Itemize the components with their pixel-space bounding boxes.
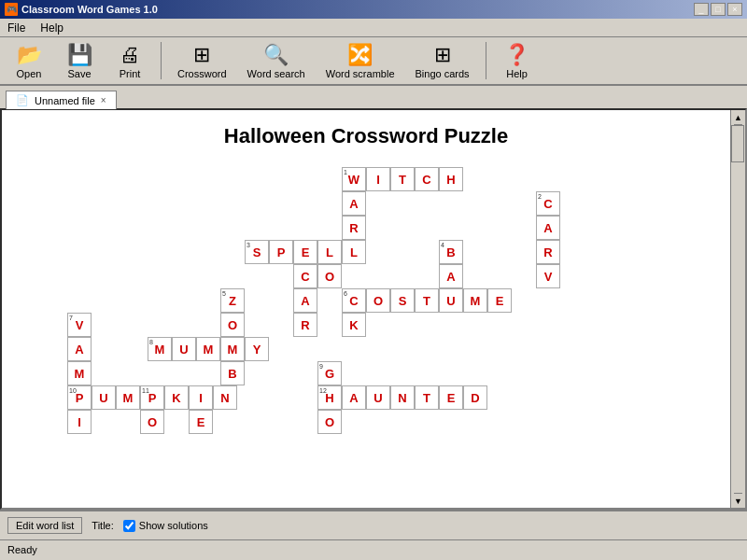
title-bar: 🎮 Classroom Word Games 1.0 _ □ × <box>0 0 747 19</box>
cell-A5: A <box>293 288 317 313</box>
tab-unnamed-file[interactable]: 📄 Unnamed file × <box>6 91 117 109</box>
minimize-button[interactable]: _ <box>694 3 709 16</box>
bingo-cards-button[interactable]: ⊞ Bingo cards <box>407 40 478 82</box>
help-label: Help <box>506 68 528 79</box>
cell-O3: O <box>317 264 342 288</box>
cell-E6: E <box>487 288 512 313</box>
save-button[interactable]: 💾 Save <box>56 40 103 82</box>
toolbar: 📂 Open 💾 Save 🖨 Print ⊞ Crossword 🔍 Word… <box>0 37 747 86</box>
cell-K10: K <box>164 385 189 410</box>
cell-U6: U <box>439 288 463 313</box>
cell-E11: E <box>189 410 213 434</box>
scroll-track <box>731 125 745 493</box>
word-scramble-icon: 🔀 <box>347 43 373 67</box>
title-bar-text: Classroom Word Games 1.0 <box>21 4 158 15</box>
content-area: Halloween Crossword Puzzle 1W I T C H A … <box>0 108 747 510</box>
cell-W: 1W <box>342 167 366 191</box>
open-button[interactable]: 📂 Open <box>6 40 52 82</box>
cell-E12: E <box>439 385 463 410</box>
status-bar: Ready <box>0 539 747 558</box>
cell-R5: R <box>293 313 317 337</box>
cell-T: T <box>390 167 415 191</box>
cell-B8: B <box>220 361 245 385</box>
cell-C6: 6C <box>342 288 366 313</box>
word-search-label: Word search <box>247 68 305 79</box>
cell-A4: A <box>439 264 463 288</box>
bingo-icon: ⊞ <box>434 43 451 67</box>
cell-A2: A <box>536 216 560 240</box>
cell-I10b: I <box>67 410 92 434</box>
cell-K6: K <box>342 313 366 337</box>
tab-close-icon[interactable]: × <box>101 95 106 105</box>
crossword-grid: 1W I T C H A R 2C A R V 3S P E L L C O 4… <box>21 167 721 508</box>
bottom-bar: Edit word list Title: Show solutions <box>0 510 747 539</box>
open-icon: 📂 <box>17 43 42 67</box>
cell-G9: 9G <box>317 361 342 385</box>
cell-C2: 2C <box>536 191 560 216</box>
cell-I10: I <box>189 385 213 410</box>
window-controls[interactable]: _ □ × <box>694 3 742 16</box>
cell-I: I <box>366 167 390 191</box>
cell-V2: V <box>536 264 560 288</box>
print-button[interactable]: 🖨 Print <box>106 40 153 82</box>
cell-O12: O <box>317 410 342 434</box>
cell-M7: M <box>67 361 92 385</box>
cell-H: H <box>439 167 463 191</box>
word-scramble-label: Word scramble <box>326 68 395 79</box>
cell-U10: U <box>92 385 116 410</box>
show-solutions-text: Show solutions <box>139 520 208 531</box>
puzzle-scroll: Halloween Crossword Puzzle 1W I T C H A … <box>2 110 730 508</box>
help-icon: ❓ <box>504 43 529 67</box>
puzzle-title: Halloween Crossword Puzzle <box>21 124 712 148</box>
show-solutions-checkbox[interactable] <box>123 520 135 532</box>
open-label: Open <box>17 68 42 79</box>
cell-O5: O <box>220 313 245 337</box>
cell-M8: 8M <box>148 337 172 361</box>
cell-A12: A <box>342 385 366 410</box>
scroll-handle[interactable] <box>731 125 744 162</box>
save-icon: 💾 <box>67 43 92 67</box>
menu-help[interactable]: Help <box>33 20 71 36</box>
cell-V7: 7V <box>67 313 92 337</box>
word-scramble-button[interactable]: 🔀 Word scramble <box>317 40 403 82</box>
word-search-button[interactable]: 🔍 Word search <box>239 40 314 82</box>
cell-D12: D <box>463 385 487 410</box>
tab-doc-icon: 📄 <box>16 94 29 106</box>
cell-T6: T <box>415 288 439 313</box>
scroll-down-button[interactable]: ▼ <box>734 493 742 508</box>
cell-M8c: M <box>220 337 245 361</box>
cell-P10b: 11P <box>140 385 164 410</box>
bingo-label: Bingo cards <box>416 68 470 79</box>
show-solutions-label: Show solutions <box>123 520 208 532</box>
scroll-bar[interactable]: ▲ ▼ <box>730 110 745 508</box>
crossword-label: Crossword <box>177 68 227 79</box>
help-button[interactable]: ❓ Help <box>494 40 541 82</box>
menu-bar: File Help <box>0 19 747 37</box>
toolbar-separator <box>161 42 162 79</box>
close-button[interactable]: × <box>727 3 742 16</box>
cell-N12: N <box>390 385 415 410</box>
crossword-button[interactable]: ⊞ Crossword <box>169 40 235 82</box>
edit-word-list-button[interactable]: Edit word list <box>7 517 82 534</box>
cell-T12: T <box>415 385 439 410</box>
cell-E3: E <box>293 240 317 264</box>
scroll-up-button[interactable]: ▲ <box>734 110 742 125</box>
title-label: Title: <box>92 520 113 531</box>
status-text: Ready <box>7 544 37 555</box>
maximize-button[interactable]: □ <box>711 3 726 16</box>
cell-L3a: L <box>317 240 342 264</box>
cell-S6: S <box>390 288 415 313</box>
word-search-icon: 🔍 <box>263 43 289 67</box>
menu-file[interactable]: File <box>0 20 33 36</box>
cell-A7: A <box>67 337 92 361</box>
save-label: Save <box>67 68 91 79</box>
cell-O11: O <box>140 410 164 434</box>
tab-label: Unnamed file <box>35 95 95 106</box>
print-label: Print <box>120 68 141 79</box>
cell-H12: 12H <box>317 385 342 410</box>
cell-R2: R <box>536 240 560 264</box>
cell-P10: 10P <box>67 385 92 410</box>
cell-U12: U <box>366 385 390 410</box>
cell-C: C <box>415 167 439 191</box>
cell-M10: M <box>116 385 140 410</box>
